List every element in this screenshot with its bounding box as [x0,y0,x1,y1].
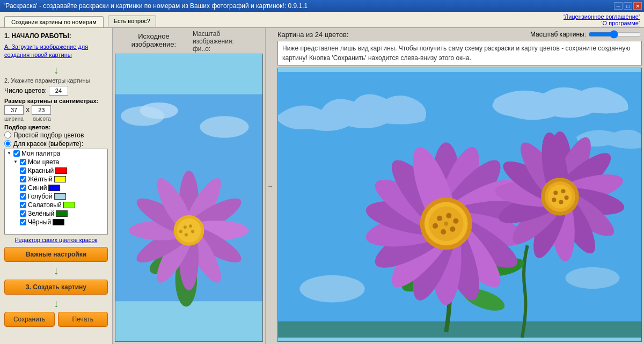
scale-right-label: Масштаб картины: [530,31,586,38]
important-settings-button[interactable]: Важные настройки [4,247,108,262]
color-name-1: Жёлтый [28,175,53,183]
svg-point-79 [565,195,569,200]
titlebar: 'Раскраска' - создавайте раскраски и кар… [0,0,644,12]
topbar: Создание картины по номерам Есть вопрос?… [0,12,644,28]
radio-paints[interactable] [4,140,11,147]
svg-point-21 [189,224,192,228]
color-checkbox-3[interactable] [20,193,26,200]
mycolors-checkbox[interactable] [20,159,26,165]
color-name-0: Красный [28,167,54,174]
top-links: 'Лицензионное соглашение' 'О программе' [564,13,640,27]
color-checkbox-0[interactable] [20,167,26,174]
height-input[interactable] [32,105,51,115]
color-item-3: Голубой [5,192,107,201]
palette-label: Моя палитра [21,150,60,157]
size-label: Размер картины в сантиметрах: [4,98,108,104]
x-separator: X [25,107,31,113]
svg-point-26 [299,275,364,303]
color-tree[interactable]: ▼ Моя палитра ▼ Мои цвета Красный Жёлтый [4,149,108,235]
scale-right: Масштаб картины: [530,30,642,39]
mycolors-label: Мои цвета [28,158,59,166]
question-button[interactable]: Есть вопрос? [108,16,156,26]
palette-checkbox[interactable] [13,150,20,157]
source-title: Исходное изображение: [115,32,193,48]
svg-point-24 [179,230,182,233]
color-name-3: Голубой [28,193,53,200]
color-checkbox-4[interactable] [20,202,26,208]
bottom-buttons: Сохранить Печать [4,312,108,327]
color-swatch-2 [48,185,60,191]
color-item-1: Жёлтый [5,175,107,184]
color-swatch-1 [54,176,66,182]
svg-point-22 [191,230,194,233]
color-swatch-4 [63,202,75,208]
svg-point-80 [559,200,563,204]
main-container: 1. НАЧАЛО РАБОТЫ: А. Загрузить изображен… [0,28,644,344]
color-item-0: Красный [5,166,107,175]
width-input[interactable] [4,105,24,115]
scale-slider[interactable] [588,30,642,39]
info-text: Ниже представлен лишь вид картины. Чтобы… [282,45,630,62]
result-image-svg [278,68,641,341]
save-button[interactable]: Сохранить [4,312,55,327]
source-image-box [115,54,263,342]
svg-point-77 [553,191,558,195]
colors-row: Число цветов: 24 [4,86,108,96]
radio2-label: Для красок (выберите): [13,140,83,148]
color-swatch-0 [55,167,67,174]
radio2-row: Для красок (выберите): [4,140,108,148]
svg-point-55 [450,226,455,232]
radio1-label: Простой подбор цветов [13,131,84,139]
svg-rect-82 [278,321,641,338]
color-checkbox-1[interactable] [20,176,26,182]
right-header: Картина из 24 цветов: Масштаб картины: [277,30,642,39]
color-checkbox-6[interactable] [20,219,26,225]
source-image-svg [115,54,262,341]
divider-arrow[interactable]: ↔ [266,28,275,344]
license-link[interactable]: 'Лицензионное соглашение' [564,13,640,20]
maximize-button[interactable]: □ [624,2,632,10]
minimize-button[interactable]: ─ [614,2,623,10]
svg-point-53 [446,213,451,218]
palette-row: ▼ Моя палитра [5,149,107,158]
height-label: высота [33,116,51,122]
color-name-2: Синий [28,184,47,192]
radio-simple[interactable] [4,131,11,138]
svg-point-3 [200,116,248,138]
load-image-link[interactable]: А. Загрузить изображение для создания но… [4,43,108,60]
svg-point-57 [433,223,438,229]
window-controls: ─ □ ✕ [614,2,642,10]
result-image-box [277,68,642,342]
svg-point-58 [444,222,448,226]
middle-panel: Исходное изображение: Масштаб изображени… [113,28,266,344]
print-button[interactable]: Печать [58,312,108,327]
colors-label: Число цветов: [4,87,47,94]
editor-link[interactable]: Редактор своих цветов красок [4,237,108,243]
close-button[interactable]: ✕ [633,2,642,10]
resize-handle[interactable]: ↔ [267,182,274,190]
color-select-label: Подбор цветов: [4,124,108,130]
svg-point-52 [437,216,442,221]
create-button[interactable]: 3. Создать картину [4,280,108,295]
about-link[interactable]: 'О программе' [602,20,640,26]
color-swatch-3 [54,193,66,200]
main-tab[interactable]: Создание картины по номерам [4,16,104,27]
triangle-mycolors: ▼ [13,159,18,164]
color-name-4: Салатовый [28,201,62,209]
size-row: X [4,105,108,115]
section2-title: 2. Укажите параметры картины [4,77,108,84]
color-name-6: Чёрный [28,218,51,226]
color-swatch-5 [56,210,68,217]
color-checkbox-5[interactable] [20,210,26,217]
info-box: Ниже представлен лишь вид картины. Чтобы… [277,41,642,65]
svg-point-54 [453,218,458,224]
app-title: 'Раскраска' - создавайте раскраски и кар… [2,2,308,10]
colors-input[interactable]: 24 [49,86,68,96]
color-name-5: Зелёный [28,210,54,217]
mycolors-row: ▼ Мои цвета [5,158,107,166]
color-checkbox-2[interactable] [20,185,26,191]
arrow-down-1: ↓ [4,64,108,76]
color-swatch-6 [53,219,64,225]
svg-point-27 [566,267,620,289]
svg-point-56 [441,229,446,235]
